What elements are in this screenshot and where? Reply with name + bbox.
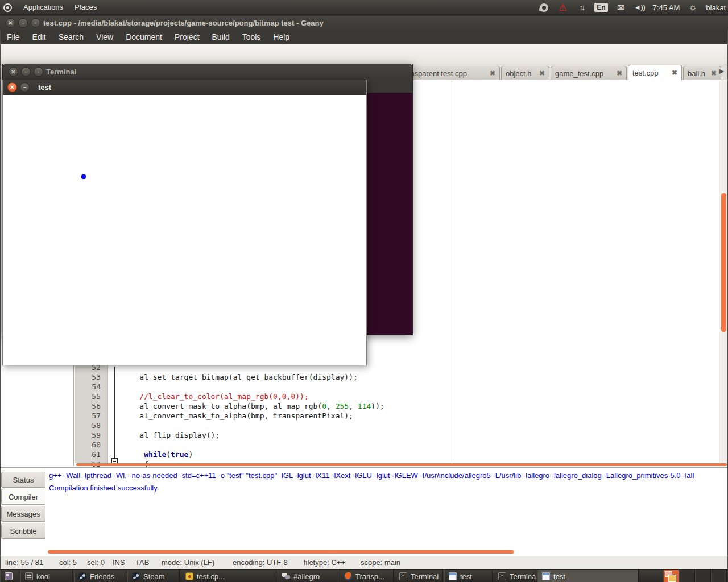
show-desktop-button[interactable] (0, 570, 19, 582)
desktop-icon (5, 572, 13, 580)
minimize-icon[interactable]: – (20, 82, 30, 92)
tab-game-test-cpp[interactable]: game_test.cpp✖ (551, 66, 627, 80)
kool-icon (25, 572, 33, 580)
tab-object-h[interactable]: object.h✖ (501, 66, 549, 80)
status-item: sel: 0 (87, 558, 105, 567)
session-gear-icon[interactable]: ☼ (687, 2, 698, 13)
taskbar-item-label: kool (36, 572, 50, 581)
line-number[interactable]: 58 (75, 421, 105, 430)
menu-build[interactable]: Build (206, 30, 236, 44)
tab-test-cpp[interactable]: test.cpp✖ (628, 65, 682, 80)
code-line[interactable]: 57 al_convert_mask_to_alpha(bmp, transpa… (75, 411, 723, 421)
menu-search[interactable]: Search (52, 30, 90, 44)
code-line[interactable]: 56 al_convert_mask_to_alpha(bmp, al_map_… (75, 401, 723, 411)
tab-ball-h[interactable]: ball.h✖ (683, 66, 721, 80)
network-updown-icon[interactable]: ↑↓ (576, 2, 587, 13)
status-item: scope: main (361, 558, 400, 567)
taskbar-item-test[interactable]: test (537, 570, 639, 582)
username[interactable]: blakat (706, 3, 726, 12)
taskbar-item-transp-[interactable]: Transp... (340, 570, 394, 582)
line-number[interactable]: 54 (75, 382, 105, 392)
warning-icon[interactable]: ⚠ (557, 2, 568, 13)
taskbar-item-kool[interactable]: kool (20, 570, 73, 582)
line-number[interactable]: 57 (75, 411, 105, 421)
code-line[interactable]: 54 (75, 382, 723, 392)
line-number[interactable]: 59 (75, 430, 105, 440)
msgtab-compiler[interactable]: Compiler (1, 489, 46, 505)
taskbar-item-test-cp-[interactable]: test.cp... (181, 570, 276, 582)
terminal-titlebar[interactable]: ✕ – ▫ Terminal (3, 64, 412, 80)
menu-file[interactable]: File (1, 30, 26, 44)
line-number[interactable]: 56 (75, 401, 105, 411)
taskbar-item-label: test (553, 572, 565, 581)
volume-icon[interactable]: ◄)) (634, 2, 646, 13)
code-line[interactable]: 53 al_set_target_bitmap(al_get_backbuffe… (75, 372, 723, 382)
taskbar-item-label: test.cp... (197, 572, 225, 581)
tab-close-icon[interactable]: ✖ (617, 69, 622, 77)
line-number[interactable]: 53 (75, 372, 105, 382)
tab-close-icon[interactable]: ✖ (672, 69, 677, 77)
editor-vscrollbar-thumb[interactable] (721, 193, 726, 332)
taskbar-item-friends[interactable]: Friends (74, 570, 126, 582)
line-number[interactable]: 55 (75, 392, 105, 401)
keyboard-layout-indicator[interactable]: En (594, 3, 607, 12)
code-line[interactable]: 61 while(true) (75, 450, 723, 459)
status-item: col: 5 (59, 558, 77, 567)
msgtab-scribble[interactable]: Scribble (1, 523, 46, 539)
test-app-window: ✕ – test (2, 80, 367, 365)
tab-close-icon[interactable]: ✖ (711, 69, 717, 77)
panel-menu-applications[interactable]: Applications (18, 0, 69, 15)
status-item: INS (113, 558, 125, 567)
workspace-2[interactable] (679, 570, 695, 582)
taskbar-item-steam[interactable]: Steam (127, 570, 180, 582)
clock[interactable]: 7:45 AM (653, 3, 680, 12)
geany-icon (185, 572, 193, 580)
menu-help[interactable]: Help (267, 30, 296, 44)
taskbar: koolFriendsSteamtest.cp...#allegroTransp… (0, 569, 728, 582)
line-number[interactable]: 61 (75, 450, 105, 459)
close-icon[interactable]: ✕ (7, 82, 17, 92)
status-item: encoding: UTF-8 (233, 558, 288, 567)
code-line[interactable]: 55 //l_clear_to_color(al_map_rgb(0,0,0))… (75, 392, 723, 401)
tab-scroll-right-icon[interactable]: ▶ (719, 67, 724, 75)
maximize-icon[interactable]: ▫ (34, 67, 43, 77)
code-line[interactable]: 60 (75, 440, 723, 450)
line-number[interactable]: 60 (75, 440, 105, 450)
test-titlebar[interactable]: ✕ – test (3, 80, 366, 95)
fold-margin (105, 411, 122, 421)
maximize-icon[interactable]: ▫ (31, 18, 40, 28)
editor-vscrollbar-track[interactable] (719, 80, 727, 466)
close-icon[interactable]: ✕ (9, 67, 18, 77)
menu-tools[interactable]: Tools (236, 30, 267, 44)
taskbar-item-terminal[interactable]: Terminal (494, 570, 536, 582)
panel-menu-places[interactable]: Places (69, 0, 102, 15)
taskbar-item-test[interactable]: test (444, 570, 493, 582)
taskbar-item-label: Transp... (355, 572, 384, 581)
ubuntu-logo-icon[interactable] (3, 3, 12, 12)
close-icon[interactable]: ✕ (6, 18, 15, 28)
minimize-icon[interactable]: – (18, 18, 28, 28)
menu-document[interactable]: Document (119, 30, 168, 44)
workspace-1[interactable] (663, 570, 679, 582)
editor-hscrollbar-thumb[interactable] (76, 463, 727, 466)
workspace-4[interactable] (711, 570, 727, 582)
minimize-icon[interactable]: – (21, 67, 31, 77)
workspace-3[interactable] (695, 570, 711, 582)
menu-view[interactable]: View (90, 30, 119, 44)
taskbar-item-terminal[interactable]: Terminal (395, 570, 443, 582)
menu-edit[interactable]: Edit (26, 30, 52, 44)
menu-project[interactable]: Project (168, 30, 206, 44)
test-canvas[interactable] (3, 95, 366, 365)
taskbar-item--allegro[interactable]: #allegro (278, 570, 338, 582)
message-hscrollbar[interactable] (48, 550, 514, 554)
steam-icon (132, 572, 140, 580)
taskbar-item-label: Friends (90, 572, 114, 581)
msgtab-status[interactable]: Status (1, 472, 46, 488)
msgtab-messages[interactable]: Messages (1, 506, 46, 522)
mail-icon[interactable]: ✉ (615, 2, 627, 13)
steam-tray-icon[interactable] (538, 2, 549, 13)
tab-close-icon[interactable]: ✖ (539, 69, 545, 77)
code-line[interactable]: 58 (75, 421, 723, 430)
code-line[interactable]: 59 al_flip_display(); (75, 430, 723, 440)
tab-close-icon[interactable]: ✖ (490, 69, 495, 77)
